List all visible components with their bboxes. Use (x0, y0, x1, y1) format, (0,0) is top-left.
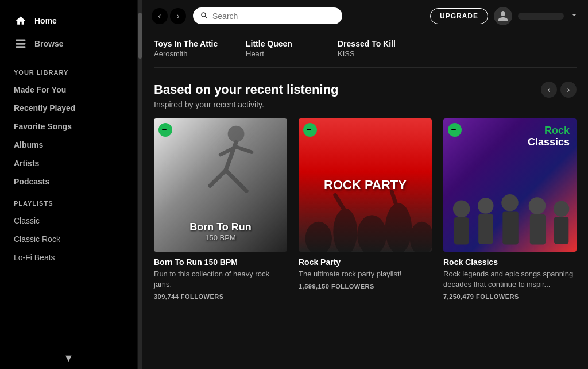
card-followers: 1,599,150 FOLLOWERS (299, 283, 432, 290)
topbar: ‹ › UPGRADE (142, 0, 588, 32)
nav-arrows: ‹ › (152, 8, 186, 24)
section-nav-arrows: ‹ › (541, 82, 577, 98)
sidebar-browse-label: Browse (34, 39, 64, 48)
sidebar-item-recently-played[interactable]: Recently Played (7, 99, 130, 117)
section-prev-button[interactable]: ‹ (541, 82, 557, 98)
section-title: Based on your recent listening (154, 82, 339, 97)
card-image-rock-classics: Rock Classics (443, 118, 577, 252)
sidebar-library: Made For You Recently Played Favorite So… (0, 80, 137, 191)
svg-point-10 (333, 209, 357, 252)
svg-point-16 (453, 200, 470, 217)
card-rock-party[interactable]: Rock Party Rock Party The ultimate rock … (299, 118, 432, 300)
card-rock-classics[interactable]: Rock Classics Rock Classics Rock legends… (443, 118, 577, 300)
scrollbar-thumb[interactable] (138, 13, 142, 59)
section-next-button[interactable]: › (560, 82, 577, 98)
sidebar-playlists: Classic Classic Rock Lo-Fi Beats (0, 212, 137, 348)
svg-point-11 (357, 215, 386, 252)
album-item[interactable]: Toys In The Attic Aerosmith (154, 39, 234, 58)
card-followers: 7,250,479 FOLLOWERS (443, 293, 577, 300)
album-item[interactable]: Little Queen Heart (246, 39, 326, 58)
sidebar-item-made-for-you[interactable]: Made For You (7, 80, 130, 99)
sidebar-home-label: Home (34, 16, 57, 25)
card-description: Rock legends and epic songs spanning dec… (443, 269, 577, 290)
library-section-label: YOUR LIBRARY (0, 60, 137, 80)
browse-icon (14, 37, 28, 51)
svg-rect-0 (16, 40, 26, 41)
svg-rect-17 (454, 217, 469, 244)
card-description: Run to this collection of heavy rock jam… (154, 269, 287, 290)
svg-point-13 (410, 222, 432, 252)
svg-point-9 (305, 222, 332, 252)
search-bar[interactable] (193, 7, 342, 24)
svg-line-5 (210, 170, 226, 186)
album-item[interactable]: Dressed To Kill KISS (338, 39, 418, 58)
card-image-text: Born To Run 150 BPM (189, 221, 252, 243)
svg-rect-23 (530, 214, 546, 245)
user-name-button[interactable] (518, 13, 564, 20)
sidebar-item-browse[interactable]: Browse (7, 32, 130, 55)
spotify-dot (448, 123, 462, 137)
svg-rect-25 (554, 217, 568, 244)
card-followers: 309,744 FOLLOWERS (154, 293, 287, 300)
top-albums-row: Toys In The Attic Aerosmith Little Queen… (154, 32, 577, 68)
cards-row: Born To Run 150 BPM Born To Run 150 BPM … (154, 118, 577, 300)
user-avatar[interactable] (494, 7, 512, 25)
svg-line-14 (335, 195, 345, 212)
sidebar-item-favorite-songs[interactable]: Favorite Songs (7, 117, 130, 136)
card-title: Rock Classics (443, 257, 577, 267)
card-description: The ultimate rock party playlist! (299, 269, 432, 279)
upgrade-button[interactable]: UPGRADE (430, 8, 488, 24)
sidebar-item-albums[interactable]: Albums (7, 136, 130, 154)
card-image-born-to-run: Born To Run 150 BPM (154, 118, 287, 252)
home-icon (14, 14, 28, 28)
dropdown-arrow-icon[interactable] (570, 10, 579, 22)
sidebar-item-artists[interactable]: Artists (7, 154, 130, 172)
svg-rect-19 (478, 214, 493, 244)
card-title: Born To Run 150 BPM (154, 257, 287, 267)
card-image-rock-party: Rock Party (299, 118, 432, 252)
sidebar: Home Browse YOUR LIBRARY Made For You Re… (0, 0, 138, 369)
playlist-item-classic[interactable]: Classic (7, 212, 130, 230)
spotify-dot (303, 123, 317, 137)
svg-point-3 (228, 126, 245, 143)
sidebar-nav-top: Home Browse (0, 0, 137, 60)
svg-point-18 (478, 198, 493, 213)
svg-point-20 (501, 194, 519, 212)
section-subtitle: Inspired by your recent activity. (154, 100, 577, 109)
card-title: Rock Party (299, 257, 432, 267)
card-image-text: Rock Classics (528, 125, 570, 148)
svg-rect-21 (502, 211, 518, 244)
forward-button[interactable]: › (170, 8, 186, 24)
topbar-right: UPGRADE (430, 7, 579, 25)
sidebar-scroll-down[interactable]: ▼ (0, 348, 137, 369)
svg-line-8 (236, 147, 252, 152)
spotify-dot (158, 123, 172, 137)
sidebar-item-home[interactable]: Home (7, 9, 130, 32)
sidebar-item-podcasts[interactable]: Podcasts (7, 172, 130, 191)
section-header: Based on your recent listening ‹ › (154, 82, 577, 98)
back-button[interactable]: ‹ (152, 8, 168, 24)
search-icon (200, 11, 208, 21)
svg-point-22 (529, 197, 546, 214)
recent-listening-section: Based on your recent listening ‹ › Inspi… (154, 82, 577, 300)
content-area: Toys In The Attic Aerosmith Little Queen… (142, 32, 588, 369)
main-content: ‹ › UPGRADE (142, 0, 588, 369)
playlist-item-lofi-beats[interactable]: Lo-Fi Beats (7, 248, 130, 267)
playlists-section-label: PLAYLISTS (0, 191, 137, 212)
svg-rect-2 (16, 46, 26, 48)
svg-rect-1 (16, 43, 26, 44)
playlist-item-classic-rock[interactable]: Classic Rock (7, 230, 130, 248)
search-input[interactable] (212, 11, 335, 21)
svg-line-6 (226, 170, 246, 191)
scrollbar[interactable] (138, 0, 142, 369)
svg-point-24 (554, 201, 569, 216)
card-born-to-run[interactable]: Born To Run 150 BPM Born To Run 150 BPM … (154, 118, 287, 300)
